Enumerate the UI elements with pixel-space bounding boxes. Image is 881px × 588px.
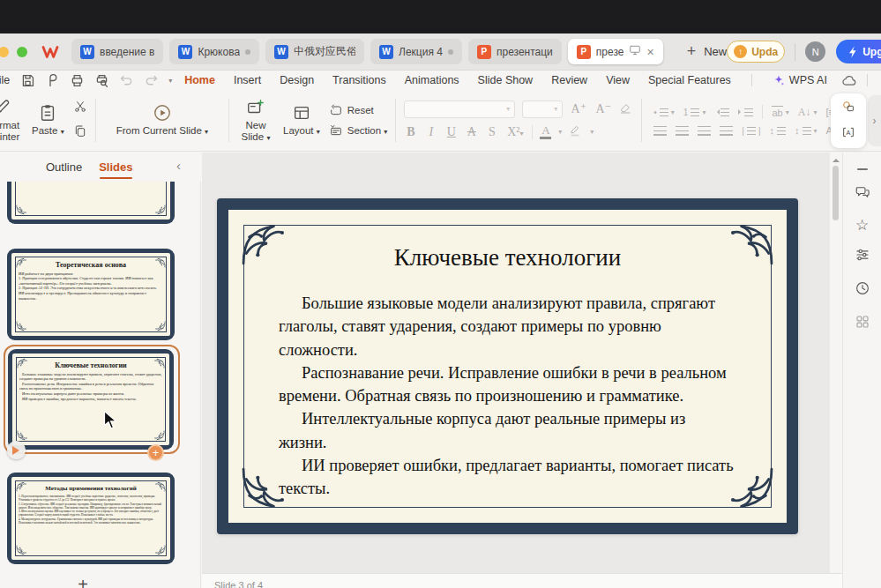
thumb-text-line: 4. Межкультурное погружение. Грамматика … [19, 517, 163, 524]
text-box-icon[interactable]: A [841, 125, 855, 143]
expand-panel-tab[interactable]: › [868, 95, 881, 146]
menu-file[interactable]: File [0, 74, 10, 86]
decrease-font-button: A⁻ [594, 101, 612, 116]
zoom-traffic-light[interactable] [17, 47, 27, 57]
section-button[interactable]: Section ▾ [329, 123, 388, 138]
format-painter-button[interactable]: Format Painter [0, 98, 23, 143]
thumb-text-line: ИИ проверяет ошибки, предлагает варианты… [19, 397, 162, 402]
slide-thumbnail-3-selected[interactable]: Ключевые технологии Большие языковые мод… [4, 345, 180, 454]
new-slide-button[interactable]: New Slide ▾ [237, 98, 274, 143]
close-tab-icon[interactable]: × [646, 46, 653, 58]
doc-tab-1[interactable]: W введение в [71, 39, 163, 64]
increase-font-button: A⁺ [570, 101, 587, 116]
slide-body-textbox[interactable]: Большие языковые модели анализируют прав… [279, 292, 736, 500]
doc-tab-active[interactable]: P презе × [568, 39, 663, 64]
apps-grid-icon[interactable] [855, 314, 870, 333]
current-slide[interactable]: Ключевые технологии Большие языковые мод… [217, 198, 798, 534]
menu-design[interactable]: Design [280, 72, 314, 88]
slide-paper[interactable]: Ключевые технологии Большие языковые мод… [228, 210, 787, 523]
update-arrow-icon: ↑ [734, 45, 747, 58]
menu-insert[interactable]: Insert [234, 72, 261, 88]
slide-thumbnail-1[interactable] [7, 182, 183, 225]
sidebar-collapse-dash-icon[interactable] [857, 168, 868, 170]
upgrade-label: Upgrade Now [862, 46, 881, 58]
slide-thumbnail-2[interactable]: Теоретическая основа ИИ работает по двум… [7, 249, 175, 340]
comments-icon[interactable] [855, 184, 870, 204]
tab-label: введение в [100, 46, 154, 58]
layout-button[interactable]: Layout ▾ [283, 103, 320, 137]
paste-button[interactable]: Paste ▾ [32, 103, 64, 137]
doc-tab-3[interactable]: W 中俄对应民俗 [265, 39, 364, 64]
slide-thumbnail-4[interactable]: Методы применения технологий 1. Персонал… [7, 473, 175, 564]
thumb-text-line: 1. Персонализированное запоминание. ИИ с… [19, 495, 163, 502]
play-icon [12, 446, 24, 455]
menu-view[interactable]: View [606, 72, 630, 88]
divider [867, 74, 868, 86]
font-size-select[interactable]: ▾ [522, 100, 563, 118]
slide-title[interactable]: Ключевые технологии [228, 210, 787, 272]
scroll-up-arrow-icon[interactable] [832, 155, 840, 162]
from-current-slide-button[interactable]: From Current Slide ▾ [104, 103, 220, 137]
avatar[interactable]: N [805, 41, 825, 62]
menu-home[interactable]: Home [184, 72, 215, 88]
undo-icon [119, 73, 134, 88]
doc-tab-2[interactable]: W Крюкова [169, 39, 259, 64]
menu-review[interactable]: Review [551, 72, 587, 88]
modified-dot-icon [448, 49, 453, 55]
from-current-slide-label: From Current Slide ▾ [116, 125, 208, 137]
writer-doc-icon: W [379, 45, 393, 59]
new-tab-button[interactable]: + New [687, 42, 728, 61]
quick-access-bar: ▾ [20, 73, 172, 88]
update-button[interactable]: ↑ Upda [727, 41, 785, 63]
cloud-sync-icon[interactable] [841, 73, 856, 88]
tab-label: презентаци [496, 46, 553, 58]
new-tab-label: New [704, 45, 727, 58]
settings-sliders-icon[interactable] [855, 247, 870, 266]
clear-format-eraser-icon [619, 100, 633, 118]
section-icon [329, 123, 343, 138]
collapse-left-panel-icon[interactable]: ‹ [176, 158, 181, 173]
canvas-scrollbar[interactable] [832, 155, 840, 561]
print-icon[interactable] [70, 73, 85, 88]
export-pdf-icon[interactable] [45, 73, 60, 88]
menu-transitions[interactable]: Transitions [332, 72, 386, 88]
menu-animations[interactable]: Animations [405, 72, 459, 88]
italic-button: I [424, 125, 437, 139]
doc-tab-5[interactable]: P презентаци [468, 39, 562, 64]
shapes-icon[interactable] [841, 100, 855, 117]
tab-slides[interactable]: Slides [99, 158, 132, 176]
thumb-slide-title: Методы применения технологий [19, 485, 163, 492]
left-panel-header: Outline Slides ‹ [0, 153, 201, 182]
plus-icon: + [153, 447, 160, 458]
doc-tab-4[interactable]: W Лекция 4 [370, 39, 462, 64]
menu-wps-ai[interactable]: WPS AI [773, 74, 827, 86]
history-clock-icon[interactable] [855, 280, 870, 300]
document-tabbar: W введение в W Крюкова W 中俄对应民俗 W Лекция… [0, 33, 881, 71]
reset-icon [329, 103, 343, 117]
wps-logo-icon[interactable] [41, 45, 59, 59]
cut-button[interactable] [73, 100, 87, 117]
menu-special-features[interactable]: Special Features [648, 72, 731, 88]
upgrade-now-button[interactable]: Upgrade Now [836, 40, 881, 63]
tab-outline[interactable]: Outline [46, 158, 82, 176]
minimize-traffic-light[interactable] [0, 47, 9, 57]
scrollbar-thumb[interactable] [832, 166, 839, 220]
font-family-select[interactable]: ▾ [404, 100, 515, 118]
quickbar-more-chevron-icon[interactable]: ▾ [168, 77, 172, 85]
character-spacing-button: ab▾ [772, 106, 788, 118]
copy-button[interactable] [73, 124, 87, 142]
quick-add-slide-button[interactable]: + [147, 444, 164, 461]
add-slide-button[interactable]: + [71, 575, 95, 588]
decrease-indent-button [714, 108, 729, 116]
paste-label: Paste ▾ [32, 125, 64, 137]
favorites-star-icon[interactable]: ☆ [855, 218, 869, 233]
align-center-button [676, 126, 689, 136]
print-preview-icon[interactable] [94, 73, 109, 88]
reset-button[interactable]: Reset [329, 103, 388, 117]
menu-slide-show[interactable]: Slide Show [478, 72, 534, 88]
thumb-text-line: Распознавание речи. Исправление ошибки в… [19, 382, 162, 391]
align-left-button [653, 126, 667, 136]
slide-paragraph: ИИ проверяет ошибки, предлагает варианты… [279, 454, 736, 501]
play-from-slide-button[interactable] [7, 441, 26, 459]
save-icon[interactable] [20, 73, 35, 88]
